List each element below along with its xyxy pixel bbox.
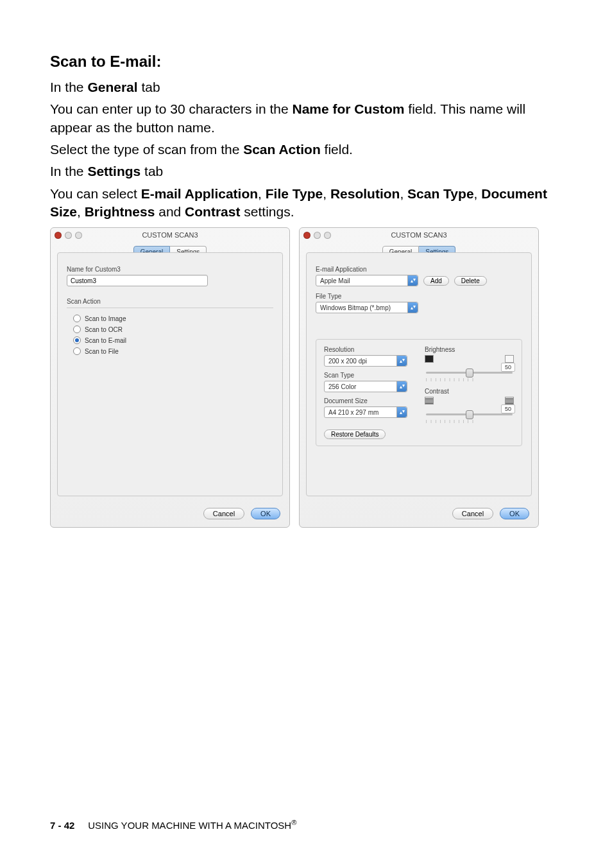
name-for-custom-label: Name for Custom3 — [67, 266, 273, 273]
resolution-select[interactable]: 200 x 200 dpi — [324, 355, 407, 367]
bold-contrast: Contrast — [185, 204, 240, 219]
brightness-slider[interactable]: 50 | | | | | | | | | | | — [425, 364, 514, 381]
add-button[interactable]: Add — [423, 276, 449, 286]
email-app-label: E-mail Application — [316, 266, 522, 273]
cancel-button[interactable]: Cancel — [452, 508, 493, 519]
document-size-select[interactable]: A4 210 x 297 mm — [324, 406, 407, 418]
scan-type-label: Scan Type — [324, 372, 413, 379]
text: settings. — [240, 204, 294, 219]
page-footer: 7 - 42 USING YOUR MACHINE WITH A MACINTO… — [50, 819, 296, 831]
light-icon — [505, 355, 514, 363]
chevron-updown-icon — [396, 407, 407, 417]
paragraph-5: You can select E-mail Application, File … — [50, 185, 562, 221]
paragraph-2: You can enter up to 30 characters in the… — [50, 100, 562, 137]
text: tab — [140, 164, 163, 178]
text: , — [258, 186, 266, 201]
high-contrast-icon — [505, 397, 514, 404]
brightness-value: 50 — [501, 363, 515, 372]
radio-icon — [73, 336, 81, 344]
slider-ticks: | | | | | | | | | | | — [425, 378, 514, 381]
paragraph-4: In the Settings tab — [50, 162, 562, 180]
resolution-label: Resolution — [324, 346, 413, 353]
titlebar: CUSTOM SCAN3 — [51, 228, 289, 242]
bold-name-for-custom: Name for Custom — [292, 101, 404, 116]
radio-scan-to-image[interactable]: Scan to Image — [73, 315, 273, 322]
chevron-updown-icon — [396, 381, 407, 392]
bold-brightness: Brightness — [85, 204, 155, 219]
delete-button[interactable]: Delete — [454, 276, 487, 286]
email-app-select[interactable]: Apple Mail — [316, 275, 418, 286]
text: You can select — [50, 186, 141, 201]
paragraph-3: Select the type of scan from the Scan Ac… — [50, 141, 562, 159]
page-number: 7 - 42 — [50, 820, 74, 831]
ok-button[interactable]: OK — [500, 508, 529, 519]
titlebar: CUSTOM SCAN3 — [300, 228, 538, 242]
footer-text: USING YOUR MACHINE WITH A MACINTOSH — [88, 820, 291, 831]
text: , — [400, 186, 407, 201]
window-title: CUSTOM SCAN3 — [300, 231, 538, 239]
window-title: CUSTOM SCAN3 — [51, 231, 289, 239]
restore-defaults-button[interactable]: Restore Defaults — [324, 430, 386, 439]
bold-general: General — [87, 80, 137, 94]
file-type-select[interactable]: Windows Bitmap (*.bmp) — [316, 302, 418, 313]
section-title: Scan to E-mail: — [50, 53, 562, 71]
text: , — [323, 186, 330, 201]
text: field. — [321, 142, 353, 157]
scan-settings-group: Resolution 200 x 200 dpi Scan Type 256 C… — [316, 339, 522, 446]
dialog-footer: Cancel OK — [51, 503, 289, 527]
bold-settings: Settings — [87, 164, 140, 178]
bold-email-app: E-mail Application — [141, 186, 258, 201]
name-for-custom-input[interactable] — [67, 275, 208, 286]
brightness-icons — [425, 355, 514, 363]
registered-icon: ® — [291, 819, 296, 826]
slider-ticks: | | | | | | | | | | | — [425, 419, 514, 423]
paragraph-1: In the General tab — [50, 78, 562, 96]
radio-label: Scan to OCR — [85, 326, 123, 333]
contrast-slider[interactable]: 50 | | | | | | | | | | | — [425, 406, 514, 423]
select-value: Windows Bitmap (*.bmp) — [320, 304, 391, 311]
dark-icon — [425, 355, 434, 363]
text: and — [155, 204, 185, 219]
general-panel: Name for Custom3 Scan Action Scan to Ima… — [57, 252, 283, 496]
text: , — [474, 186, 482, 201]
select-value: Apple Mail — [320, 277, 350, 284]
radio-scan-to-file[interactable]: Scan to File — [73, 347, 273, 355]
dialog-footer: Cancel OK — [300, 503, 538, 527]
window-settings: CUSTOM SCAN3 General Settings E-mail App… — [299, 227, 539, 528]
chevron-updown-icon — [396, 356, 407, 366]
chevron-updown-icon — [407, 302, 418, 313]
window-general: CUSTOM SCAN3 General Settings Name for C… — [50, 227, 290, 528]
bold-file-type: File Type — [266, 186, 323, 201]
text: In the — [50, 80, 87, 94]
text: , — [77, 204, 85, 219]
contrast-value: 50 — [501, 404, 515, 413]
contrast-label: Contrast — [425, 388, 514, 395]
file-type-label: File Type — [316, 293, 522, 300]
chevron-updown-icon — [407, 275, 418, 286]
ok-button[interactable]: OK — [251, 508, 280, 519]
scan-action-label: Scan Action — [67, 298, 273, 305]
text: In the — [50, 164, 87, 178]
radio-icon — [73, 315, 81, 322]
select-value: A4 210 x 297 mm — [328, 409, 378, 416]
bold-scan-type: Scan Type — [407, 186, 473, 201]
contrast-icons — [425, 397, 514, 404]
radio-label: Scan to Image — [85, 315, 126, 322]
bold-resolution: Resolution — [330, 186, 400, 201]
select-value: 256 Color — [328, 383, 356, 390]
cancel-button[interactable]: Cancel — [203, 508, 244, 519]
slider-thumb-icon — [466, 369, 473, 378]
radio-icon — [73, 326, 81, 333]
radio-scan-to-ocr[interactable]: Scan to OCR — [73, 326, 273, 333]
select-value: 200 x 200 dpi — [328, 358, 367, 365]
radio-label: Scan to E-mail — [85, 337, 126, 344]
document-size-label: Document Size — [324, 397, 413, 404]
text: You can enter up to 30 characters in the — [50, 101, 292, 116]
brightness-label: Brightness — [425, 346, 514, 353]
radio-icon — [73, 347, 81, 355]
radio-label: Scan to File — [85, 348, 119, 355]
low-contrast-icon — [425, 397, 434, 404]
radio-scan-to-email[interactable]: Scan to E-mail — [73, 336, 273, 344]
text: tab — [138, 80, 160, 94]
scan-type-select[interactable]: 256 Color — [324, 381, 407, 392]
